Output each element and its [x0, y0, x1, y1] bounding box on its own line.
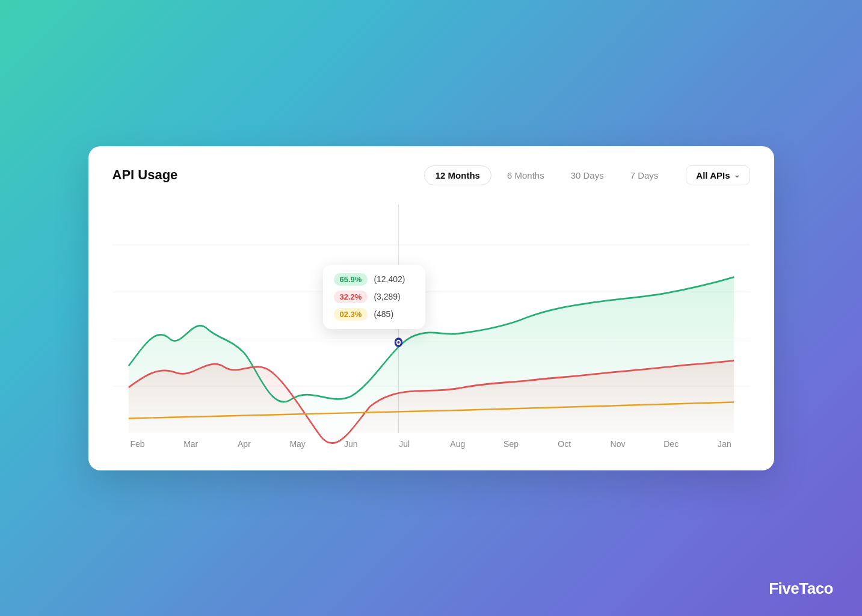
x-label-jan: Jan [700, 439, 748, 449]
x-label-oct: Oct [540, 439, 588, 449]
x-label-aug: Aug [434, 439, 482, 449]
time-filters: 12 Months 6 Months 30 Days 7 Days All AP… [424, 165, 750, 185]
filter-7days[interactable]: 7 Days [620, 166, 670, 185]
api-usage-card: API Usage 12 Months 6 Months 30 Days 7 D… [88, 146, 774, 470]
x-label-may: May [274, 439, 322, 449]
x-label-feb: Feb [114, 439, 162, 449]
x-label-dec: Dec [647, 439, 695, 449]
card-header: API Usage 12 Months 6 Months 30 Days 7 D… [112, 165, 750, 185]
api-dropdown-label: All APIs [696, 170, 730, 180]
brand-logo: FiveTaco [769, 579, 833, 598]
tooltip-dot-core [397, 340, 399, 343]
filter-6months[interactable]: 6 Months [496, 166, 555, 185]
card-title: API Usage [112, 167, 178, 183]
chart-svg [112, 205, 750, 433]
x-label-apr: Apr [220, 439, 268, 449]
x-axis: Feb Mar Apr May Jun Jul Aug Sep Oct Nov … [112, 439, 750, 449]
api-dropdown-button[interactable]: All APIs ⌄ [686, 165, 750, 185]
chart-area: 65.9% (12,402) 32.2% (3,289) 02.3% (485) [112, 205, 750, 433]
brand-text: FiveTaco [769, 579, 833, 597]
x-label-jul: Jul [380, 439, 428, 449]
x-label-nov: Nov [594, 439, 642, 449]
x-label-sep: Sep [487, 439, 535, 449]
chevron-down-icon: ⌄ [734, 171, 740, 179]
x-label-mar: Mar [167, 439, 215, 449]
filter-12months[interactable]: 12 Months [424, 165, 491, 185]
filter-30days[interactable]: 30 Days [560, 166, 615, 185]
